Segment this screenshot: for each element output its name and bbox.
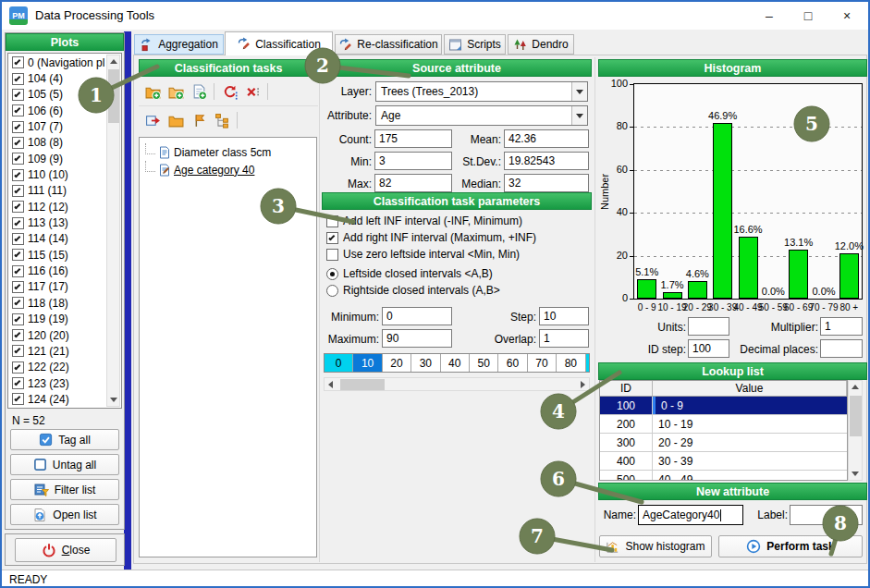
- parameter-radio-row[interactable]: Rightside closed intervals (A,B>: [326, 284, 500, 297]
- radio-button[interactable]: [326, 285, 338, 297]
- open-list-button[interactable]: Open list: [10, 504, 119, 525]
- plot-list-item[interactable]: 110 (10): [9, 166, 106, 182]
- interval-cell[interactable]: 10: [353, 354, 382, 372]
- table-row[interactable]: 500 40 - 49: [600, 471, 847, 481]
- plot-list-item[interactable]: 114 (14): [9, 231, 106, 247]
- plot-checkbox[interactable]: [12, 137, 24, 149]
- add-task-button[interactable]: [189, 81, 209, 102]
- layer-dropdown-button[interactable]: [571, 82, 587, 101]
- attribute-combo[interactable]: Age: [375, 105, 588, 126]
- parameter-checkbox-row[interactable]: Add right INF interval (Maximum, +INF): [326, 231, 536, 244]
- plot-checkbox[interactable]: [12, 169, 24, 181]
- plot-checkbox[interactable]: [12, 121, 24, 133]
- scrollbar-thumb[interactable]: [850, 396, 862, 436]
- table-row[interactable]: 100 0 - 9: [600, 397, 847, 415]
- open-folder-button[interactable]: [165, 110, 186, 130]
- table-row[interactable]: 300 20 - 29: [600, 434, 847, 452]
- plot-list-item[interactable]: 111 (11): [9, 183, 106, 199]
- plot-list-item[interactable]: 116 (16): [9, 263, 106, 278]
- plot-list-item[interactable]: 108 (8): [9, 135, 106, 151]
- plot-checkbox[interactable]: [12, 393, 24, 405]
- plot-checkbox[interactable]: [12, 297, 24, 309]
- step-field[interactable]: 10: [539, 307, 589, 325]
- plot-checkbox[interactable]: [12, 56, 24, 68]
- label-field[interactable]: [790, 505, 863, 525]
- filter-list-button[interactable]: Filter list: [10, 479, 119, 500]
- scroll-down-icon[interactable]: [850, 468, 862, 480]
- interval-cell[interactable]: 70: [528, 354, 557, 372]
- checkbox[interactable]: [326, 215, 338, 227]
- maximize-button[interactable]: □: [789, 2, 827, 30]
- multiplier-field[interactable]: 1: [820, 317, 863, 336]
- plot-checkbox[interactable]: [12, 377, 24, 389]
- plot-checkbox[interactable]: [12, 361, 24, 374]
- plot-list-item[interactable]: 118 (18): [9, 295, 106, 311]
- scroll-up-icon[interactable]: [850, 381, 862, 393]
- plot-list-item[interactable]: 120 (20): [9, 327, 106, 343]
- radio-button[interactable]: [326, 268, 338, 280]
- scroll-down-icon[interactable]: [107, 394, 119, 406]
- plot-list-item[interactable]: 117 (17): [9, 279, 106, 295]
- export-tasks-button[interactable]: [142, 110, 163, 130]
- plot-list-item[interactable]: 124 (24): [9, 391, 106, 407]
- add-subgroup-button[interactable]: [165, 81, 186, 102]
- scrollbar-thumb[interactable]: [340, 379, 385, 390]
- plot-checkbox[interactable]: [12, 73, 24, 85]
- table-row[interactable]: 200 10 - 19: [600, 415, 847, 434]
- tab-classification[interactable]: Classification: [225, 31, 333, 55]
- parameter-checkbox-row[interactable]: Add left INF interval (-INF, Minimum): [326, 214, 522, 227]
- untag-all-button[interactable]: Untag all: [10, 454, 119, 475]
- decimal-places-field[interactable]: [820, 339, 863, 358]
- plot-list-item[interactable]: 115 (15): [9, 247, 106, 263]
- plot-checkbox[interactable]: [12, 281, 24, 293]
- interval-cell[interactable]: 50: [470, 354, 498, 372]
- scroll-left-icon[interactable]: [325, 378, 337, 390]
- interval-cell[interactable]: [586, 354, 589, 372]
- plot-list-item[interactable]: 122 (22): [9, 360, 106, 375]
- tab-reclassification[interactable]: Re-classification: [335, 34, 442, 55]
- median-field[interactable]: 32: [504, 174, 589, 192]
- tab-dendro[interactable]: Dendro: [508, 34, 574, 55]
- plot-list-item[interactable]: 113 (13): [9, 214, 106, 230]
- plot-checkbox[interactable]: [12, 89, 24, 101]
- plot-checkbox[interactable]: [12, 153, 24, 165]
- plot-checkbox[interactable]: [12, 185, 24, 197]
- interval-cell[interactable]: 0: [325, 354, 353, 372]
- scroll-up-icon[interactable]: [107, 55, 119, 67]
- mean-field[interactable]: 42.36: [504, 129, 589, 148]
- column-header-id[interactable]: ID: [600, 381, 653, 396]
- task-item-selected[interactable]: Age category 40: [145, 161, 316, 178]
- plot-checkbox[interactable]: [12, 201, 24, 213]
- plot-list-item[interactable]: 121 (21): [9, 343, 106, 359]
- interval-cell[interactable]: 40: [441, 354, 470, 372]
- plot-checkbox[interactable]: [12, 217, 24, 229]
- panel-splitter[interactable]: [124, 31, 131, 570]
- parameter-radio-row[interactable]: Leftside closed intervals <A,B): [326, 267, 493, 280]
- plot-checkbox[interactable]: [12, 233, 24, 245]
- plot-list-item[interactable]: 123 (23): [9, 375, 106, 391]
- overlap-field[interactable]: 1: [539, 329, 589, 348]
- close-button[interactable]: Close: [15, 538, 116, 562]
- plot-list-item[interactable]: 107 (7): [9, 118, 106, 134]
- checkbox[interactable]: [326, 232, 338, 244]
- count-field[interactable]: 175: [374, 129, 452, 148]
- tab-aggregation[interactable]: Aggregation: [134, 34, 224, 55]
- plot-list-item[interactable]: 106 (6): [9, 103, 106, 118]
- scrollbar-thumb[interactable]: [108, 69, 119, 123]
- plot-checkbox[interactable]: [12, 265, 24, 277]
- tree-levels-button[interactable]: [212, 110, 232, 130]
- add-group-button[interactable]: [142, 81, 163, 102]
- minimum-field[interactable]: 0: [382, 307, 452, 325]
- plot-list-item[interactable]: 104 (4): [9, 70, 106, 86]
- update-tasks-button[interactable]: [219, 81, 239, 102]
- attribute-dropdown-button[interactable]: [571, 106, 587, 125]
- interval-cell[interactable]: 80: [557, 354, 585, 372]
- plot-list-item[interactable]: 109 (9): [9, 151, 106, 166]
- plot-checkbox[interactable]: [12, 329, 24, 341]
- plot-list-item[interactable]: 119 (19): [9, 312, 106, 327]
- interval-cell[interactable]: 60: [498, 354, 527, 372]
- plot-checkbox[interactable]: [12, 249, 24, 261]
- plot-list-item[interactable]: 0 (Navigation pl: [9, 55, 106, 70]
- interval-scrollbar[interactable]: [324, 377, 590, 391]
- perform-task-button[interactable]: Perform task: [718, 535, 863, 557]
